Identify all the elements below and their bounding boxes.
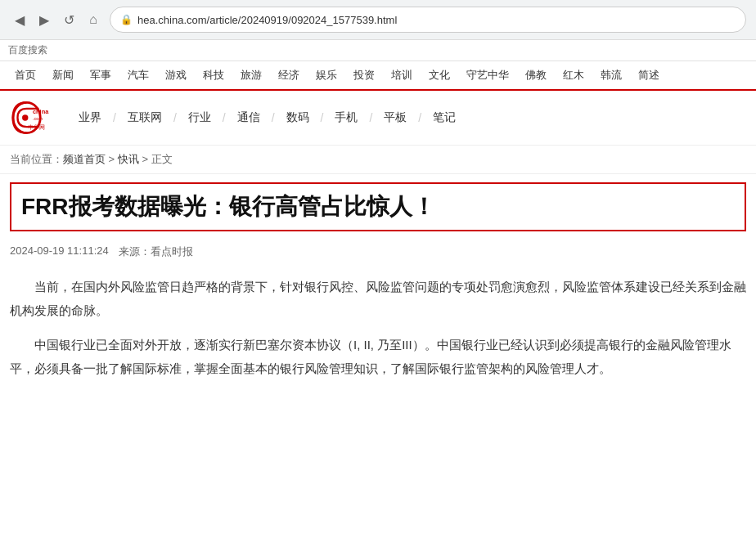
home-button[interactable]: ⌂ — [83, 10, 103, 29]
logo-image: china .com 中华网 — [10, 97, 56, 138]
breadcrumb: 当前位置：频道首页 > 快讯 > 正文 — [0, 146, 756, 174]
site-nav-divider: / — [221, 111, 227, 124]
site-nav-item[interactable]: 行业 — [182, 107, 218, 128]
svg-point-1 — [22, 114, 28, 120]
breadcrumb-news[interactable]: 快讯 — [118, 153, 139, 165]
site-nav-divider: / — [270, 111, 277, 124]
site-nav-item[interactable]: 平板 — [377, 107, 413, 128]
main-nav-item[interactable]: 守艺中华 — [458, 61, 517, 89]
main-nav-item[interactable]: 经济 — [270, 61, 308, 89]
article-paragraph: 中国银行业已全面对外开放，逐渐实行新巴塞尔资本协议（I, II, 乃至III）。… — [10, 334, 746, 380]
site-nav-item[interactable]: 数码 — [280, 107, 316, 128]
breadcrumb-sep2: > — [139, 153, 151, 165]
site-nav-item[interactable]: 互联网 — [121, 107, 169, 128]
main-nav-item[interactable]: 佛教 — [517, 61, 555, 89]
refresh-button[interactable]: ↺ — [59, 10, 79, 29]
address-bar[interactable]: 🔒 hea.china.com/article/20240919/092024_… — [110, 7, 746, 33]
top-search-bar: 百度搜索 — [0, 40, 756, 61]
site-nav-divider: / — [172, 111, 178, 124]
main-nav-item[interactable]: 旅游 — [232, 61, 270, 89]
url-text: hea.china.com/article/20240919/092024_15… — [137, 14, 736, 26]
breadcrumb-sep1: > — [106, 153, 118, 165]
main-nav-item[interactable]: 首页 — [7, 61, 44, 89]
article-container: FRR报考数据曝光：银行高管占比惊人！ 2024-09-19 11:11:24 … — [0, 174, 756, 408]
site-nav-item[interactable]: 笔记 — [426, 107, 462, 128]
article-paragraph: 当前，在国内外风险监管日趋严格的背景下，针对银行风控、风险监管问题的专项处罚愈演… — [10, 276, 746, 322]
site-nav-divider: / — [416, 111, 423, 124]
main-nav-item[interactable]: 游戏 — [157, 61, 195, 89]
forward-button[interactable]: ▶ — [34, 10, 54, 29]
svg-text:中华网: 中华网 — [28, 123, 45, 131]
main-nav-item[interactable]: 新闻 — [44, 61, 82, 89]
main-nav-item[interactable]: 培训 — [383, 61, 421, 89]
article-title-box: FRR报考数据曝光：银行高管占比惊人！ — [10, 182, 746, 231]
nav-buttons: ◀ ▶ ↺ ⌂ — [10, 10, 103, 29]
site-nav-divider: / — [111, 111, 118, 124]
article-date: 2024-09-19 11:11:24 — [10, 244, 109, 259]
main-nav-item[interactable]: 投资 — [345, 61, 383, 89]
article-body: 当前，在国内外风险监管日趋严格的背景下，针对银行风控、风险监管问题的专项处罚愈演… — [10, 276, 746, 380]
main-nav-item[interactable]: 科技 — [195, 61, 232, 89]
site-nav-divider: / — [367, 111, 374, 124]
main-nav-item[interactable]: 汽车 — [119, 61, 157, 89]
article-source-label: 来源：看点时报 — [119, 244, 193, 259]
main-nav-item[interactable]: 红木 — [555, 61, 592, 89]
main-nav-item[interactable]: 军事 — [82, 61, 119, 89]
main-nav-item[interactable]: 文化 — [421, 61, 458, 89]
site-nav-item[interactable]: 通信 — [231, 107, 267, 128]
browser-toolbar: ◀ ▶ ↺ ⌂ 🔒 hea.china.com/article/20240919… — [0, 0, 756, 39]
article-title: FRR报考数据曝光：银行高管占比惊人！ — [21, 192, 735, 222]
breadcrumb-current: 正文 — [151, 153, 173, 165]
svg-text:china: china — [33, 108, 49, 115]
site-sub-nav: 业界/互联网/行业/通信/数码/手机/平板/笔记 — [72, 107, 746, 128]
main-nav: 首页新闻军事汽车游戏科技旅游经济娱乐投资培训文化守艺中华佛教红木韩流简述 — [0, 61, 756, 91]
main-nav-item[interactable]: 娱乐 — [308, 61, 345, 89]
lock-icon: 🔒 — [120, 14, 133, 25]
browser-chrome: ◀ ▶ ↺ ⌂ 🔒 hea.china.com/article/20240919… — [0, 0, 756, 40]
breadcrumb-home[interactable]: 频道首页 — [63, 153, 106, 165]
main-nav-item[interactable]: 韩流 — [592, 61, 630, 89]
logo-area: china .com 中华网 — [10, 97, 56, 138]
article-meta: 2024-09-19 11:11:24 来源：看点时报 — [10, 244, 746, 259]
breadcrumb-prefix: 当前位置： — [10, 153, 63, 165]
main-nav-item[interactable]: 简述 — [630, 61, 668, 89]
site-nav-item[interactable]: 业界 — [72, 107, 108, 128]
back-button[interactable]: ◀ — [10, 10, 29, 29]
site-header: china .com 中华网 业界/互联网/行业/通信/数码/手机/平板/笔记 — [0, 91, 756, 146]
site-nav-divider: / — [319, 111, 326, 124]
svg-text:.com: .com — [33, 116, 43, 121]
search-label: 百度搜索 — [8, 44, 47, 56]
site-nav-item[interactable]: 手机 — [328, 107, 364, 128]
